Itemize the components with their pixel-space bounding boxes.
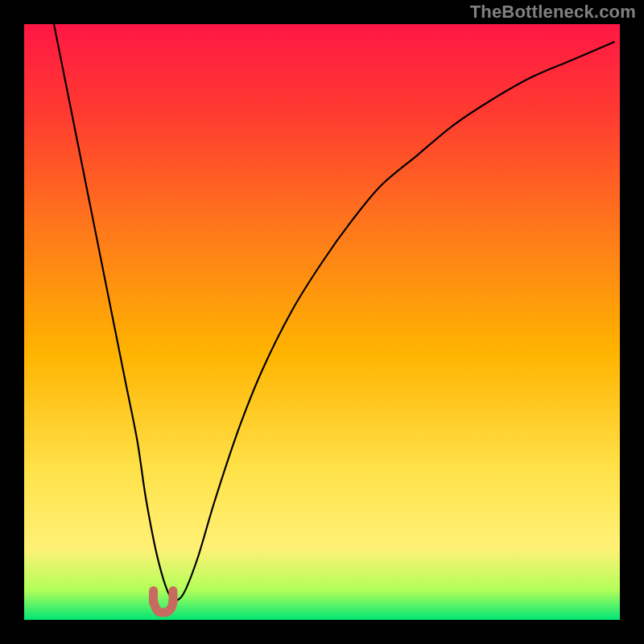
bottleneck-chart [0, 0, 644, 644]
watermark-label: TheBottleneck.com [470, 2, 636, 23]
stage: TheBottleneck.com [0, 0, 644, 644]
